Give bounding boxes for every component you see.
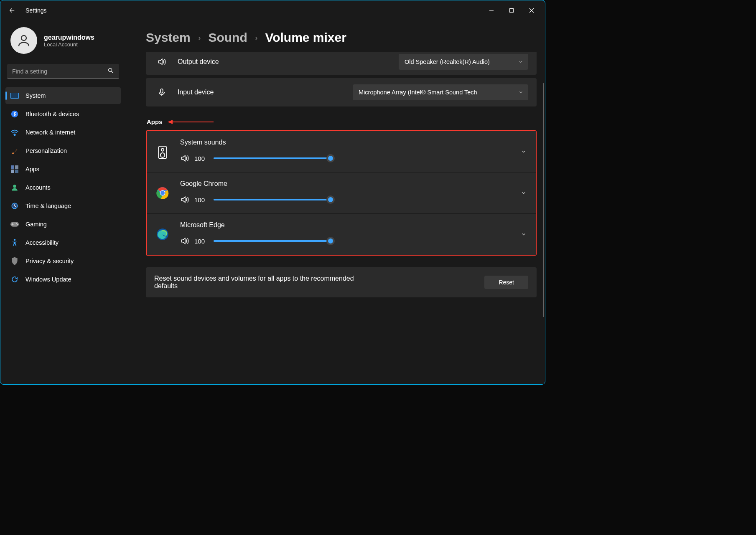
nav-item-label: Personalization (25, 147, 67, 154)
nav-item-label: Accounts (25, 184, 51, 191)
output-device-label: Output device (178, 58, 219, 66)
app-volume-row: System sounds 100 (147, 131, 536, 172)
user-block[interactable]: gearupwindows Local Account (5, 24, 121, 64)
svg-point-5 (109, 68, 112, 72)
volume-slider[interactable] (214, 240, 331, 242)
nav-item-personalization[interactable]: Personalization (5, 142, 121, 159)
svg-point-26 (160, 153, 165, 157)
volume-value: 100 (194, 196, 209, 203)
nav-item-apps[interactable]: Apps (5, 161, 121, 177)
window-title: Settings (25, 7, 47, 14)
user-name: gearupwindows (44, 34, 94, 41)
chevron-down-icon (518, 59, 523, 64)
apps-icon (10, 165, 19, 173)
edge-icon (155, 221, 170, 241)
breadcrumb-sound[interactable]: Sound (208, 30, 247, 45)
expand-button[interactable] (521, 190, 527, 196)
nav-item-label: Apps (25, 166, 39, 172)
microphone-icon (154, 88, 169, 97)
input-device-label: Input device (178, 89, 214, 96)
input-device-select[interactable]: Microphone Array (Intel® Smart Sound Tec… (353, 84, 528, 100)
svg-rect-12 (15, 165, 18, 169)
nav-item-label: Windows Update (25, 276, 71, 283)
nav-item-network-internet[interactable]: Network & internet (5, 124, 121, 141)
system-icon (10, 91, 19, 100)
svg-point-4 (21, 35, 26, 41)
game-icon (10, 220, 19, 228)
nav-item-accessibility[interactable]: Accessibility (5, 234, 121, 251)
svg-rect-13 (11, 170, 14, 173)
svg-point-20 (14, 239, 16, 241)
search-icon (107, 67, 114, 74)
svg-rect-21 (160, 89, 163, 93)
clock-icon (10, 202, 19, 210)
expand-button[interactable] (521, 231, 527, 237)
nav-item-label: Accessibility (25, 239, 59, 246)
chevron-right-icon: › (198, 33, 201, 43)
avatar (10, 27, 37, 54)
svg-point-10 (14, 135, 15, 136)
chevron-down-icon (518, 90, 523, 95)
chrome-icon (155, 180, 170, 199)
reset-card: Reset sound devices and volumes for all … (146, 267, 537, 297)
reset-button[interactable]: Reset (484, 276, 528, 289)
access-icon (10, 238, 19, 247)
user-account-type: Local Account (44, 41, 94, 48)
scrollbar[interactable] (543, 83, 544, 317)
back-button[interactable] (4, 2, 20, 19)
svg-point-9 (11, 111, 18, 118)
settings-window: Settings gearupwindows Local Account (0, 0, 545, 385)
breadcrumb-system[interactable]: System (146, 30, 191, 45)
volume-icon[interactable] (180, 154, 189, 163)
nav-item-label: Privacy & security (25, 258, 74, 264)
volume-slider[interactable] (214, 199, 331, 200)
update-icon (10, 275, 19, 284)
apps-section-header: Apps (147, 118, 537, 125)
volume-icon[interactable] (180, 236, 189, 246)
speaker-device-icon (155, 139, 170, 160)
breadcrumb-current: Volume mixer (265, 30, 346, 45)
volume-value: 100 (194, 238, 209, 245)
maximize-button[interactable] (501, 2, 522, 19)
close-button[interactable] (522, 2, 542, 19)
svg-point-19 (17, 224, 18, 226)
volume-value: 100 (194, 155, 209, 162)
search-input[interactable] (7, 64, 119, 79)
input-device-card: Input device Microphone Array (Intel® Sm… (146, 78, 537, 106)
nav-item-gaming[interactable]: Gaming (5, 216, 121, 233)
nav-item-label: Time & language (25, 203, 71, 209)
expand-button[interactable] (521, 149, 527, 155)
svg-marker-23 (168, 120, 173, 124)
svg-rect-1 (510, 9, 514, 13)
nav-item-windows-update[interactable]: Windows Update (5, 271, 121, 288)
nav-item-label: System (25, 92, 46, 99)
app-volume-row: Microsoft Edge 100 (147, 214, 536, 255)
minimize-button[interactable] (481, 2, 501, 19)
account-icon (10, 183, 19, 192)
nav-item-bluetooth-devices[interactable]: Bluetooth & devices (5, 106, 121, 122)
nav-item-system[interactable]: System (5, 87, 121, 104)
svg-point-25 (161, 148, 164, 151)
nav-item-label: Bluetooth & devices (25, 111, 79, 117)
app-name-label: Microsoft Edge (180, 221, 527, 229)
volume-slider[interactable] (214, 157, 331, 159)
svg-rect-8 (11, 93, 18, 98)
svg-rect-11 (11, 165, 14, 169)
sidebar: gearupwindows Local Account SystemBlueto… (0, 20, 126, 384)
breadcrumb: System › Sound › Volume mixer (146, 30, 537, 45)
svg-point-15 (13, 185, 16, 188)
chevron-right-icon: › (255, 33, 258, 43)
nav-item-time-language[interactable]: Time & language (5, 198, 121, 214)
annotation-arrow-icon (168, 119, 214, 125)
app-name-label: Google Chrome (180, 180, 527, 188)
output-device-select[interactable]: Old Speaker (Realtek(R) Audio) (399, 54, 528, 70)
search-box[interactable] (7, 64, 119, 79)
titlebar: Settings (0, 0, 545, 20)
svg-rect-14 (15, 170, 18, 173)
nav-item-accounts[interactable]: Accounts (5, 179, 121, 196)
output-device-card: Output device Old Speaker (Realtek(R) Au… (146, 52, 537, 75)
nav-item-privacy-security[interactable]: Privacy & security (5, 253, 121, 269)
volume-icon[interactable] (180, 195, 189, 204)
apps-annotation-box: System sounds 100 Google Chrome 100 (146, 130, 537, 256)
main-content: System › Sound › Volume mixer Output dev… (126, 20, 545, 384)
